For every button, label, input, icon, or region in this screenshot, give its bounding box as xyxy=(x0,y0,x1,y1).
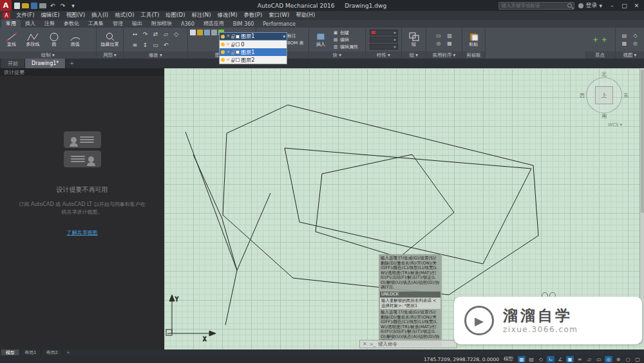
viewcube-top-face[interactable]: 上 xyxy=(595,86,613,104)
basepoint-add-icon[interactable]: + xyxy=(593,36,598,43)
edit-attributes-button[interactable]: ▥ 编辑属性 xyxy=(332,44,358,50)
panel-label-view[interactable]: 视图 ▾ xyxy=(616,51,644,59)
isolate-objects-icon[interactable]: ○ xyxy=(624,356,632,362)
help-search[interactable] xyxy=(498,2,574,10)
layer-off-icon[interactable] xyxy=(197,30,203,35)
file-tab-start[interactable]: 开始 xyxy=(1,59,25,68)
paste-button[interactable]: 粘贴 xyxy=(464,32,483,48)
maximize-button[interactable]: □ xyxy=(618,0,630,11)
measure-icon[interactable]: ▭ xyxy=(433,32,444,39)
move-icon[interactable]: ↔ xyxy=(130,29,140,39)
add-layout-button[interactable]: + xyxy=(63,349,73,355)
layer-thaw-icon[interactable]: ☀ xyxy=(226,58,230,62)
menu-help[interactable]: 帮助(H) xyxy=(292,12,318,19)
polyline-button[interactable]: 多段线 xyxy=(23,32,43,48)
tab-parametric[interactable]: 参数化 xyxy=(59,19,84,28)
panel-label-group[interactable]: 组 ▾ xyxy=(402,51,426,59)
autocad-logo-icon[interactable]: A xyxy=(0,0,12,11)
menu-window[interactable]: 窗口(W) xyxy=(265,12,292,19)
scale-icon[interactable]: ▭ xyxy=(151,40,160,50)
object-color-dropdown[interactable]: ▾ xyxy=(370,30,398,35)
new-drawing-tab-button[interactable]: + xyxy=(66,59,78,68)
rotate-icon[interactable]: ↷ xyxy=(140,29,150,39)
copy-icon[interactable]: ⇄ xyxy=(151,29,160,39)
panel-label-block[interactable]: 块 ▾ xyxy=(309,51,365,59)
panel-label-modify[interactable]: 修改 ▾ xyxy=(124,51,187,59)
panel-label-basepoint[interactable]: 基点 xyxy=(585,51,615,59)
sketch-line[interactable] xyxy=(185,132,237,270)
inner-polygon[interactable] xyxy=(316,154,454,257)
viewcube-west[interactable]: 西 xyxy=(580,92,585,99)
fullscreen-icon[interactable]: ▢ xyxy=(634,356,641,362)
ortho-mode-icon[interactable]: ∟ xyxy=(547,356,554,362)
layer-lock-icon[interactable] xyxy=(231,60,234,62)
sketch-line[interactable] xyxy=(222,219,237,270)
line-button[interactable]: 直线 xyxy=(2,32,21,48)
view-front-icon[interactable]: ▦ xyxy=(620,40,630,47)
layer-color-swatch[interactable] xyxy=(236,42,240,46)
layout-tab-model[interactable]: 模型 xyxy=(1,349,20,355)
command-line[interactable]: ✕ >_ 键入命令 xyxy=(359,340,457,348)
rotated-rectangle[interactable] xyxy=(285,148,531,264)
view-orbit-icon[interactable]: ◎ xyxy=(630,40,641,47)
tab-insert[interactable]: 插入 xyxy=(21,19,40,28)
layer-on-icon[interactable] xyxy=(221,42,225,46)
menu-dimension[interactable]: 标注(N) xyxy=(188,12,214,19)
panel-label-properties[interactable]: 特性 ▾ xyxy=(366,51,401,59)
workspace-icon[interactable]: ⊕ xyxy=(614,356,622,362)
quick-calc-icon[interactable]: ▦ xyxy=(444,40,455,47)
mirror-icon[interactable]: ▱ xyxy=(161,29,171,39)
file-tab-drawing1[interactable]: Drawing1* xyxy=(25,59,66,68)
menu-insert[interactable]: 插入(I) xyxy=(88,12,111,19)
sketch-line[interactable] xyxy=(225,270,237,325)
layer-thaw-icon[interactable]: ☀ xyxy=(226,50,230,55)
tab-performance[interactable]: Performance xyxy=(258,21,300,28)
save-icon[interactable] xyxy=(31,3,37,9)
layer-lock-icon[interactable] xyxy=(231,44,234,47)
close-icon[interactable]: ✕ xyxy=(363,341,367,347)
scrollbar-thumb[interactable] xyxy=(641,70,644,213)
sketch-line[interactable] xyxy=(193,154,222,219)
layer-row-layer2[interactable]: ☀ 图层2 xyxy=(220,56,287,64)
linetype-dropdown[interactable]: ▾ xyxy=(370,37,398,42)
menu-file[interactable]: 文件(F) xyxy=(13,12,38,19)
transparency-icon[interactable]: ▱ xyxy=(585,356,593,362)
layer-on-icon[interactable] xyxy=(221,35,225,39)
quick-select-icon[interactable]: ▥ xyxy=(444,32,455,39)
layer-row-0[interactable]: ☀ 0 xyxy=(220,41,287,48)
object-snap-icon[interactable]: ▣ xyxy=(566,356,574,362)
layer-combo[interactable]: ☀ 图层1 ▾ xyxy=(219,32,287,41)
shared-views-link[interactable]: 了解共享视图 xyxy=(0,229,164,236)
viewcube[interactable]: 上 北 南 西 东 xyxy=(581,72,627,118)
tab-manage[interactable]: 管理 xyxy=(108,19,128,28)
layer-color-swatch[interactable] xyxy=(236,58,240,62)
undo-icon[interactable]: ↶ xyxy=(48,2,57,9)
layer-color-swatch[interactable] xyxy=(236,50,240,54)
redo-icon[interactable]: ↷ xyxy=(59,2,67,9)
print-icon[interactable] xyxy=(39,3,46,8)
new-file-icon[interactable] xyxy=(14,3,20,9)
tab-addins[interactable]: 附加模块 xyxy=(147,19,176,28)
minimize-button[interactable]: – xyxy=(606,0,618,11)
id-point-icon[interactable]: ◎ xyxy=(433,40,444,47)
tab-toolsets[interactable]: 工具集 xyxy=(84,19,108,28)
signin-button[interactable]: 登录 ▾ xyxy=(578,1,602,10)
layout-tab-layout2[interactable]: 布局2 xyxy=(41,349,62,355)
trim-icon[interactable]: ≡ xyxy=(130,40,140,50)
panel-label-draw[interactable]: 绘制 ▾ xyxy=(0,51,96,59)
drawing-canvas[interactable]: Y X 上 北 南 西 东 WCS ▾ 输入选项 [?/生成(G)/设置(S)/… xyxy=(164,68,644,349)
menu-edit[interactable]: 编辑(E) xyxy=(38,12,63,19)
panel-label-utilities[interactable]: 实用程序 ▾ xyxy=(426,51,462,59)
panel-label-detail[interactable]: 局部 ▾ xyxy=(97,51,123,59)
layer-color-swatch[interactable] xyxy=(236,35,240,39)
model-space-button[interactable]: 模型 xyxy=(504,356,513,362)
tab-bim360[interactable]: BIM 360 xyxy=(229,21,259,28)
view-top-icon[interactable]: ▤ xyxy=(620,32,630,39)
infer-constraints-icon[interactable]: ◇ xyxy=(537,356,545,362)
snap-mode-icon[interactable]: ▤ xyxy=(527,356,535,362)
layer-on-icon[interactable] xyxy=(221,50,225,54)
layout-tab-layout1[interactable]: 布局1 xyxy=(20,349,41,355)
viewcube-south[interactable]: 南 xyxy=(601,113,607,120)
tab-a360[interactable]: A360 xyxy=(176,21,199,28)
panel-label-clipboard[interactable]: 剪贴板 xyxy=(462,51,485,59)
